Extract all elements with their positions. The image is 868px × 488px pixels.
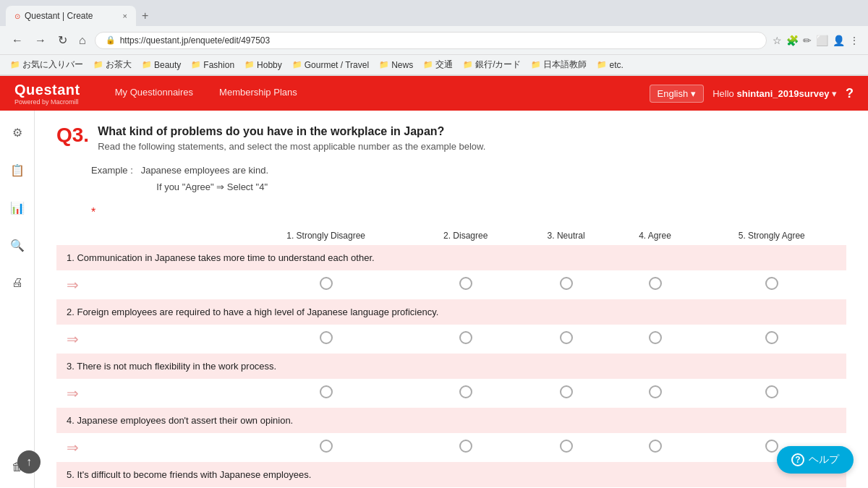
radio-3-disagree[interactable] xyxy=(459,385,472,398)
radio-col-4-4[interactable] xyxy=(613,433,697,462)
radio-col-1-2[interactable] xyxy=(412,270,519,299)
example-label: Example : xyxy=(91,165,133,176)
bookmark-item-8[interactable]: 📁 銀行/カード xyxy=(459,57,525,72)
refresh-button[interactable]: ↻ xyxy=(55,32,70,48)
radio-col-1-3[interactable] xyxy=(519,270,613,299)
bookmark-label: Gourmet / Travel xyxy=(305,60,369,70)
radio-4-agree[interactable] xyxy=(649,440,662,453)
screenshot-icon[interactable]: ⬜ xyxy=(816,35,828,46)
bookmark-label: お気に入りバー xyxy=(22,59,83,71)
sidebar-icon-chart[interactable]: 📊 xyxy=(4,194,30,221)
chevron-down-icon: ▾ xyxy=(691,88,696,99)
example-line2: If you "Agree" ⇒ Select "4" xyxy=(156,181,268,192)
logo-sub: Powered by Macromill xyxy=(14,98,80,106)
radio-col-4-1[interactable] xyxy=(239,433,412,462)
bookmark-item-10[interactable]: 📁 etc. xyxy=(592,59,627,72)
radio-col-1-4[interactable] xyxy=(613,270,697,299)
radio-4-strongly-agree[interactable] xyxy=(765,440,778,453)
tab-title: Questant | Create xyxy=(25,11,93,21)
matrix-table: 1. Strongly Disagree 2. Disagree 3. Neut… xyxy=(56,226,846,488)
tab-close-button[interactable]: × xyxy=(123,12,127,20)
radio-1-neutral[interactable] xyxy=(560,277,573,290)
url-bar[interactable]: 🔒 https://questant.jp/enquete/edit/49750… xyxy=(95,32,767,49)
radio-1-strongly-agree[interactable] xyxy=(765,277,778,290)
radio-4-disagree[interactable] xyxy=(459,440,472,453)
radio-col-3-4[interactable] xyxy=(613,379,697,408)
radio-col-1-5[interactable] xyxy=(697,270,846,299)
statement-text-1: 1. Communication in Japanese takes more … xyxy=(56,245,846,270)
bookmark-item-7[interactable]: 📁 交通 xyxy=(419,57,457,72)
home-button[interactable]: ⌂ xyxy=(76,33,89,48)
radio-col-2-2[interactable] xyxy=(412,325,519,354)
radio-col-2-3[interactable] xyxy=(519,325,613,354)
radio-1-strongly-disagree[interactable] xyxy=(320,277,333,290)
radio-col-4-2[interactable] xyxy=(412,433,519,462)
edit-icon[interactable]: ✏ xyxy=(803,35,812,46)
radio-2-disagree[interactable] xyxy=(459,331,472,344)
sidebar: ⚙ 📋 📊 🔍 🖨 🗑 xyxy=(0,111,35,488)
nav-item-questionnaires[interactable]: My Questionnaires xyxy=(102,77,206,110)
header-col-disagree: 2. Disagree xyxy=(412,226,519,245)
sidebar-icon-search[interactable]: 🔍 xyxy=(4,232,30,258)
radio-col-2-5[interactable] xyxy=(697,325,846,354)
radio-1-disagree[interactable] xyxy=(459,277,472,290)
bookmark-item-6[interactable]: 📁 News xyxy=(375,59,417,72)
arrow-icon: ⇒ xyxy=(67,439,79,456)
help-button[interactable]: ? ヘルプ xyxy=(777,446,854,474)
radio-3-strongly-disagree[interactable] xyxy=(320,385,333,398)
radio-col-2-1[interactable] xyxy=(239,325,412,354)
sidebar-icon-print[interactable]: 🖨 xyxy=(4,270,30,296)
radio-2-neutral[interactable] xyxy=(560,331,573,344)
star-icon[interactable]: ☆ xyxy=(773,35,782,46)
radio-col-3-1[interactable] xyxy=(239,379,412,408)
bookmark-item-3[interactable]: 📁 Fashion xyxy=(187,59,239,72)
help-button-label: ヘルプ xyxy=(809,453,839,466)
sidebar-icon-settings[interactable]: ⚙ xyxy=(4,119,30,145)
profile-icon[interactable]: 👤 xyxy=(833,35,845,46)
extension-icon[interactable]: 🧩 xyxy=(786,35,799,46)
radio-col-4-3[interactable] xyxy=(519,433,613,462)
statement-row-5: 5. It's difficult to become friends with… xyxy=(56,462,846,487)
radio-3-strongly-agree[interactable] xyxy=(765,385,778,398)
language-selector[interactable]: English ▾ xyxy=(650,85,705,103)
forward-button[interactable]: → xyxy=(32,33,49,48)
radio-2-agree[interactable] xyxy=(649,331,662,344)
menu-icon[interactable]: ⋮ xyxy=(849,35,859,46)
radio-1-agree[interactable] xyxy=(649,277,662,290)
scroll-up-button[interactable]: ↑ xyxy=(17,450,41,474)
bookmark-item-0[interactable]: 📁 お気に入りバー xyxy=(6,57,88,72)
radio-3-neutral[interactable] xyxy=(560,385,573,398)
radio-2-strongly-agree[interactable] xyxy=(765,331,778,344)
folder-icon: 📁 xyxy=(142,60,152,69)
statement-row-4: 4. Japanese employees don't assert their… xyxy=(56,408,846,433)
header-col-strongly-agree: 5. Strongly Agree xyxy=(697,226,846,245)
header-col-0 xyxy=(56,226,201,245)
new-tab-button[interactable]: + xyxy=(136,7,154,25)
back-button[interactable]: ← xyxy=(9,33,26,48)
radio-col-3-3[interactable] xyxy=(519,379,613,408)
browser-tab[interactable]: ⊙ Questant | Create × xyxy=(6,6,136,26)
bookmark-item-5[interactable]: 📁 Gourmet / Travel xyxy=(288,59,373,72)
radio-3-agree[interactable] xyxy=(649,385,662,398)
statement-text-5: 5. It's difficult to become friends with… xyxy=(56,462,846,487)
statement-text-3: 3. There is not much flexibility in the … xyxy=(56,354,846,379)
sidebar-icon-copy[interactable]: 📋 xyxy=(4,157,30,183)
bookmark-item-4[interactable]: 📁 Hobby xyxy=(240,59,286,72)
folder-icon: 📁 xyxy=(292,60,302,69)
help-icon[interactable]: ? xyxy=(846,86,854,101)
radio-col-3-2[interactable] xyxy=(412,379,519,408)
radio-4-neutral[interactable] xyxy=(560,440,573,453)
bookmark-item-9[interactable]: 📁 日本語教師 xyxy=(527,57,591,72)
app-header: Questant Powered by Macromill My Questio… xyxy=(0,76,868,111)
radio-2-strongly-disagree[interactable] xyxy=(320,331,333,344)
radio-col-1-1[interactable] xyxy=(239,270,412,299)
radio-col-2-4[interactable] xyxy=(613,325,697,354)
bookmark-item-2[interactable]: 📁 Beauty xyxy=(137,59,185,72)
bookmark-item-1[interactable]: 📁 お茶大 xyxy=(89,57,136,72)
radio-col-3-5[interactable] xyxy=(697,379,846,408)
radio-row-2: ⇒ xyxy=(56,325,846,354)
bookmark-label: 日本語教師 xyxy=(543,59,587,71)
radio-4-strongly-disagree[interactable] xyxy=(320,440,333,453)
logo-text: Questant xyxy=(14,82,80,98)
nav-item-membership[interactable]: Membership Plans xyxy=(206,77,310,110)
